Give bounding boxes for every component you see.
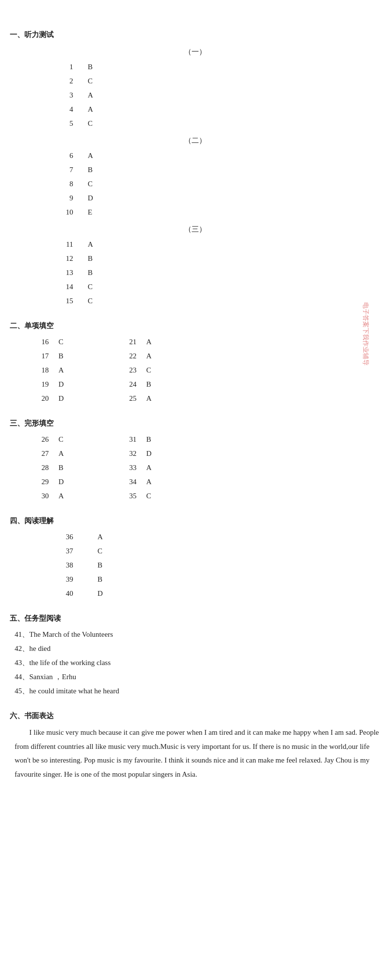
item-number: 9: [49, 192, 73, 205]
item-answer: D: [146, 447, 166, 460]
list-item: 2C: [49, 75, 380, 88]
item-answer: A: [88, 149, 107, 162]
item-number: 6: [49, 149, 73, 162]
col-left: 17 B: [24, 350, 112, 363]
section-5-answers: 41、The March of the Volunteers42、he died…: [15, 628, 380, 698]
item-number: 8: [49, 177, 73, 191]
item-answer: B: [58, 461, 78, 474]
item-number: 1: [49, 60, 73, 74]
item-number: 21: [112, 335, 136, 349]
list-item: 7B: [49, 163, 380, 176]
item-number: 7: [49, 163, 73, 176]
col-left: 27 A: [24, 447, 112, 460]
section-4-answers: 36A37C38B39B40D: [49, 530, 380, 600]
list-item: 40D: [49, 587, 380, 600]
col-left: 26 C: [24, 433, 112, 446]
section-6-title: 六、书面表达: [10, 709, 380, 723]
col-right: 33 A: [112, 461, 200, 474]
table-row: 20 D 25 A: [24, 392, 380, 405]
table-row: 30 A 35 C: [24, 490, 380, 503]
item-number: 30: [24, 490, 49, 503]
subsection-1-answers: 1B2C3A4A5C: [10, 60, 380, 130]
item-answer: C: [98, 545, 117, 558]
list-item: 12B: [49, 252, 380, 265]
list-item: 41、The March of the Volunteers: [15, 628, 380, 641]
col-left: 29 D: [24, 475, 112, 489]
list-item: 39B: [49, 573, 380, 586]
item-number: 14: [49, 280, 73, 294]
list-item: 36A: [49, 530, 380, 544]
table-row: 29 D 34 A: [24, 475, 380, 489]
list-item: 11A: [49, 238, 380, 251]
item-answer: A: [88, 238, 107, 251]
item-answer: D: [58, 475, 78, 489]
item-answer: E: [88, 206, 107, 219]
item-number: 40: [49, 587, 73, 600]
list-item: 15C: [49, 294, 380, 308]
item-number: 38: [49, 559, 73, 572]
section-4-title: 四、阅读理解: [10, 514, 380, 528]
item-answer: B: [98, 573, 117, 586]
item-answer: D: [88, 192, 107, 205]
col-right: 32 D: [112, 447, 200, 460]
section-5-title: 五、任务型阅读: [10, 612, 380, 625]
item-number: 12: [49, 252, 73, 265]
list-item: 42、he died: [15, 642, 380, 655]
section-2-title: 二、单项填空: [10, 319, 380, 333]
col-left: 18 A: [24, 364, 112, 377]
col-right: 22 A: [112, 350, 200, 363]
subsection-1-label: （一）: [10, 45, 380, 59]
col-right: 25 A: [112, 392, 200, 405]
item-answer: C: [88, 75, 107, 88]
item-answer: C: [146, 364, 166, 377]
col-right: 35 C: [112, 490, 200, 503]
item-answer: C: [88, 117, 107, 130]
item-answer: A: [88, 103, 107, 116]
list-item: 4A: [49, 103, 380, 116]
table-row: 18 A 23 C: [24, 364, 380, 377]
col-left: 19 D: [24, 378, 112, 391]
table-row: 28 B 33 A: [24, 461, 380, 474]
item-answer: A: [88, 89, 107, 102]
list-item: 3A: [49, 89, 380, 102]
item-answer: B: [98, 559, 117, 572]
item-answer: D: [98, 587, 117, 600]
item-number: 5: [49, 117, 73, 130]
col-right: 23 C: [112, 364, 200, 377]
item-answer: C: [146, 490, 166, 503]
list-item: 1B: [49, 60, 380, 74]
table-row: 26 C 31 B: [24, 433, 380, 446]
list-item: 8C: [49, 177, 380, 191]
item-number: 29: [24, 475, 49, 489]
item-answer: B: [88, 252, 107, 265]
col-left: 28 B: [24, 461, 112, 474]
section-6-essay: I like music very much because it can gi…: [15, 725, 380, 781]
section-3-title: 三、完形填空: [10, 417, 380, 430]
item-number: 17: [24, 350, 49, 363]
item-number: 15: [49, 294, 73, 308]
col-left: 30 A: [24, 490, 112, 503]
item-number: 25: [112, 392, 136, 405]
item-answer: C: [88, 177, 107, 191]
item-answer: A: [146, 392, 166, 405]
table-row: 17 B 22 A: [24, 350, 380, 363]
item-number: 16: [24, 335, 49, 349]
item-answer: A: [146, 350, 166, 363]
col-left: 16 C: [24, 335, 112, 349]
item-answer: D: [58, 378, 78, 391]
item-answer: B: [88, 266, 107, 279]
item-answer: B: [58, 350, 78, 363]
item-number: 32: [112, 447, 136, 460]
item-number: 34: [112, 475, 136, 489]
list-item: 37C: [49, 545, 380, 558]
item-answer: A: [146, 461, 166, 474]
item-number: 4: [49, 103, 73, 116]
item-answer: C: [88, 280, 107, 294]
item-number: 27: [24, 447, 49, 460]
list-item: 10E: [49, 206, 380, 219]
list-item: 5C: [49, 117, 380, 130]
list-item: 44、Sanxian ，Erhu: [15, 670, 380, 684]
item-number: 10: [49, 206, 73, 219]
item-answer: B: [88, 163, 107, 176]
item-number: 23: [112, 364, 136, 377]
